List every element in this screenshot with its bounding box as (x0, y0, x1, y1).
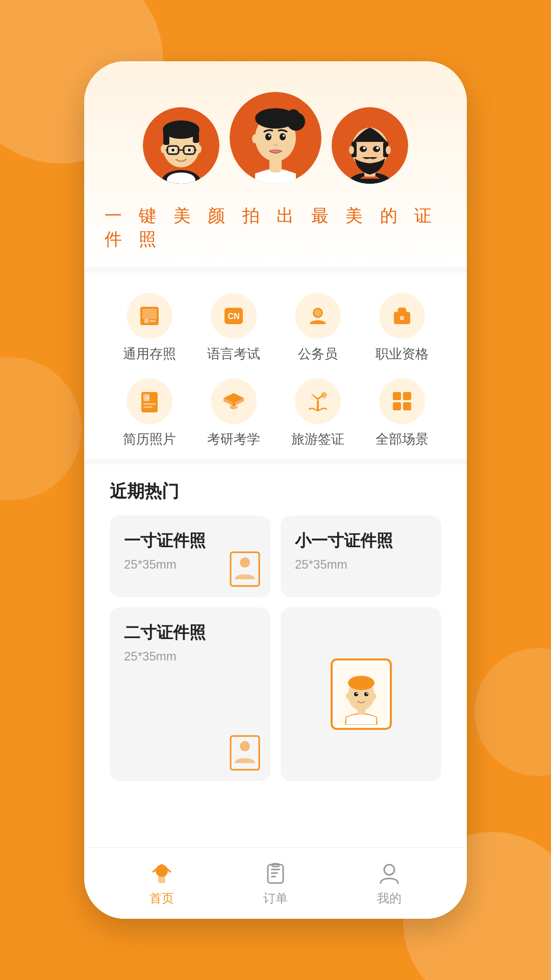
svg-rect-58 (143, 406, 153, 408)
avatars-row (143, 92, 408, 184)
svg-point-14 (171, 149, 174, 152)
avatar-male-beard (332, 107, 408, 184)
svg-point-29 (268, 135, 270, 137)
avatar-male-glasses (143, 107, 219, 184)
person-icon (377, 861, 402, 886)
category-item-travel[interactable]: 旅游签证 (278, 378, 357, 448)
recent-title: 近期热门 (110, 480, 441, 503)
svg-point-27 (265, 133, 271, 140)
divider-1 (84, 266, 467, 273)
svg-point-79 (354, 692, 358, 696)
nav-label-home: 首页 (149, 890, 174, 906)
svg-point-26 (252, 134, 258, 143)
category-item-resume[interactable]: 简历照片 (110, 378, 189, 448)
svg-point-43 (386, 146, 391, 154)
category-icon-professional (379, 293, 425, 339)
phone-container: 一 键 美 颜 拍 出 最 美 的 证 件 照 通用存照 (84, 61, 467, 919)
avatar-female-bun (230, 92, 321, 184)
svg-point-83 (346, 693, 350, 699)
photo-icon-two-inch (230, 735, 260, 771)
category-item-professional[interactable]: 职业资格 (362, 293, 441, 363)
svg-rect-57 (143, 403, 156, 405)
category-item-civil[interactable]: 公务员 (278, 293, 357, 363)
category-icon-resume (127, 378, 172, 424)
category-item-all[interactable]: 全部场景 (362, 378, 441, 448)
svg-point-38 (360, 146, 367, 152)
hero-section: 一 键 美 颜 拍 出 最 美 的 证 件 照 (84, 61, 467, 266)
category-item-language[interactable]: CN 语言考试 (194, 293, 273, 363)
svg-text:CN: CN (228, 312, 239, 321)
content-area: 一 键 美 颜 拍 出 最 美 的 证 件 照 通用存照 (84, 61, 467, 847)
svg-point-17 (196, 145, 202, 153)
svg-rect-52 (315, 321, 321, 322)
photo-card-small-one-inch[interactable]: 小一寸证件照 25*35mm (281, 516, 441, 597)
svg-point-84 (372, 693, 377, 699)
category-item-graduate[interactable]: 考研考学 (194, 378, 273, 448)
photo-card-one-inch[interactable]: 一寸证件照 25*35mm (110, 516, 270, 597)
category-label-language: 语言考试 (207, 345, 260, 363)
category-label-resume: 简历照片 (123, 430, 176, 448)
svg-rect-69 (403, 402, 411, 410)
bg-decoration-mid-right (474, 648, 551, 776)
svg-point-92 (384, 865, 394, 875)
photo-card-two-inch[interactable]: 二寸证件照 25*35mm (110, 607, 270, 781)
svg-point-71 (240, 557, 250, 568)
photo-card-size-small-one-inch: 25*35mm (295, 557, 427, 572)
category-icon-language: CN (211, 293, 257, 339)
category-label-general: 通用存照 (123, 345, 176, 363)
svg-rect-67 (403, 392, 411, 400)
category-label-civil: 公务员 (298, 345, 338, 363)
photo-preview-portrait (331, 658, 392, 730)
svg-rect-72 (231, 736, 259, 770)
svg-point-39 (373, 146, 380, 152)
svg-rect-46 (144, 319, 148, 323)
category-label-professional: 职业资格 (375, 345, 429, 363)
category-icon-all (379, 378, 425, 424)
svg-point-15 (188, 149, 191, 152)
svg-point-31 (273, 143, 278, 146)
svg-point-80 (364, 692, 368, 696)
category-item-general[interactable]: 通用存照 (110, 293, 189, 363)
svg-point-24 (287, 109, 299, 121)
svg-point-41 (377, 147, 379, 150)
hero-tagline: 一 键 美 颜 拍 出 最 美 的 证 件 照 (105, 204, 446, 251)
svg-rect-86 (158, 875, 165, 883)
orders-icon (263, 861, 288, 886)
svg-point-65 (321, 392, 327, 398)
svg-point-42 (349, 146, 354, 154)
photo-card-title-two-inch: 二寸证件照 (124, 622, 256, 644)
category-icon-travel (295, 378, 341, 424)
svg-point-82 (366, 693, 368, 694)
nav-item-home[interactable]: 首页 (105, 861, 218, 906)
svg-rect-88 (271, 869, 280, 870)
photo-card-preview[interactable] (281, 607, 441, 781)
svg-point-73 (240, 741, 250, 751)
svg-rect-89 (271, 872, 278, 874)
photo-grid: 一寸证件照 25*35mm 小一寸证件照 25*35mm (110, 516, 441, 781)
photo-card-title-small-one-inch: 小一寸证件照 (295, 530, 427, 552)
svg-rect-5 (163, 130, 169, 145)
svg-rect-47 (149, 320, 156, 322)
svg-point-63 (230, 405, 238, 409)
svg-rect-68 (393, 402, 401, 410)
nav-item-profile[interactable]: 我的 (333, 861, 446, 906)
category-icon-graduate (211, 378, 257, 424)
svg-rect-66 (393, 392, 401, 400)
category-label-graduate: 考研考学 (207, 430, 260, 448)
bg-decoration-mid-left (0, 357, 82, 500)
svg-rect-45 (142, 309, 157, 319)
svg-point-81 (356, 693, 358, 694)
category-section: 通用存照 CN 语言考试 (84, 273, 467, 458)
svg-point-40 (363, 147, 366, 150)
photo-icon-one-inch (230, 551, 260, 587)
svg-point-78 (348, 676, 374, 690)
svg-rect-62 (233, 398, 235, 406)
svg-rect-90 (271, 876, 276, 877)
category-icon-general (127, 293, 172, 339)
svg-rect-6 (193, 130, 199, 143)
divider-2 (84, 458, 467, 464)
svg-rect-70 (231, 552, 259, 586)
svg-rect-54 (400, 316, 404, 320)
nav-item-orders[interactable]: 订单 (218, 861, 332, 906)
recent-section: 近期热门 一寸证件照 25*35mm 小一寸 (84, 464, 467, 791)
